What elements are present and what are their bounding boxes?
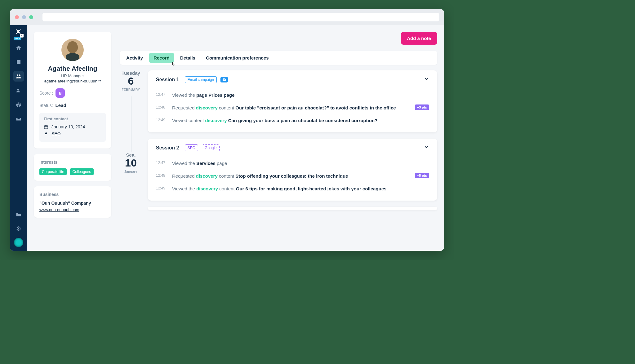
session-header: Session 1 Email campaign <box>148 70 437 89</box>
chevron-down-icon <box>424 76 429 82</box>
user-avatar[interactable] <box>14 238 23 247</box>
main-content: Agathe Afeeling HR Manager agathe.afeeli… <box>27 25 444 251</box>
business-url[interactable]: www.ouh-ouuuuh.com <box>39 207 106 212</box>
contact-avatar <box>61 39 84 61</box>
points-badge: +5 pts <box>415 173 429 178</box>
score-badge: 8 <box>56 88 65 98</box>
points-badge: +3 pts <box>415 104 429 110</box>
session-card-peek <box>148 207 437 210</box>
session-card: Session 1 Email campaign <box>148 70 437 132</box>
tab-record[interactable]: Record <box>149 53 174 63</box>
svg-point-6 <box>18 228 19 230</box>
sidebar-expand-icon[interactable]: › <box>20 34 24 38</box>
activity-row: 12:47 Viewed the page Prices page <box>156 89 429 101</box>
people-icon <box>16 73 22 79</box>
session-badge-seo: SEO <box>185 144 198 151</box>
score-label: Score : <box>39 91 53 95</box>
date-day-number: 10 <box>120 158 142 168</box>
tab-comm-prefs[interactable]: Communication preferences <box>202 53 273 63</box>
tabs-bar: Activity Record Details Communication pr… <box>120 51 437 65</box>
close-dot[interactable] <box>15 15 19 19</box>
session-card: Session 2 SEO Google 12:47 <box>148 139 437 201</box>
mail-icon <box>16 116 21 122</box>
activity-text: Requested discovery content Stop offendi… <box>172 173 409 179</box>
svg-rect-7 <box>44 126 48 129</box>
activity-row: 12:47 Viewed the Services page <box>156 157 429 170</box>
collapse-toggle[interactable] <box>424 144 429 151</box>
dates-column: Tuesday 6 FEBRUARY Sea. 10 January <box>120 70 142 244</box>
profile-panel: Agathe Afeeling HR Manager agathe.afeeli… <box>34 32 111 244</box>
activity-time: 12:47 <box>156 160 167 165</box>
nav-target[interactable] <box>13 100 24 110</box>
activity-row: 12:49 Viewed content discovery Can givin… <box>156 114 429 127</box>
activity-text: Viewed content discovery Can giving your… <box>172 117 429 124</box>
activity-time: 12:48 <box>156 104 167 109</box>
activity-time: 12:47 <box>156 92 167 97</box>
profile-card: Agathe Afeeling HR Manager agathe.afeeli… <box>34 32 111 149</box>
activity-text: Viewed the Services page <box>172 160 429 166</box>
interest-tag[interactable]: Colleagues <box>70 168 94 175</box>
date-month: FEBRUARY <box>120 88 142 91</box>
interests-card: Interests Corporate life Colleagues <box>34 154 111 181</box>
contact-name: Agathe Afeeling <box>39 65 106 72</box>
add-user-icon <box>16 88 21 93</box>
nav-add-user[interactable] <box>13 85 24 96</box>
contact-job-title: HR Manager <box>39 73 106 78</box>
tab-details[interactable]: Details <box>176 53 200 63</box>
first-contact-heading: First contact <box>44 117 101 121</box>
activity-time: 12:49 <box>156 185 167 190</box>
gear-icon <box>16 226 21 232</box>
target-icon <box>16 102 21 108</box>
nav-contacts[interactable] <box>13 71 24 82</box>
activity-text: Viewed the page Prices page <box>172 92 429 98</box>
business-name: "Ouh Ouuuuh" Company <box>39 201 106 206</box>
home-icon <box>16 45 21 51</box>
app-logo[interactable]: STAR › <box>16 26 22 36</box>
status-value: Lead <box>56 103 66 108</box>
session-body: 12:47 Viewed the page Prices page 12:48 … <box>148 89 437 132</box>
collapse-toggle[interactable] <box>424 76 429 83</box>
svg-point-2 <box>17 89 19 91</box>
nav-content[interactable] <box>13 57 24 67</box>
activity-time: 12:48 <box>156 173 167 178</box>
calendar-icon <box>44 125 48 129</box>
session-badge-mail-icon <box>220 77 228 82</box>
maximize-dot[interactable] <box>29 15 33 19</box>
session-title: Session 1 <box>156 77 179 82</box>
tab-activity[interactable]: Activity <box>122 53 147 63</box>
svg-point-5 <box>18 104 19 105</box>
business-heading: Business <box>39 192 106 197</box>
nav-settings[interactable] <box>13 224 24 234</box>
app-sidebar: STAR › <box>10 25 27 251</box>
business-card: Business "Ouh Ouuuuh" Company www.ouh-ou… <box>34 186 111 218</box>
session-header: Session 2 SEO Google <box>148 139 437 157</box>
svg-point-0 <box>17 74 18 76</box>
sessions-column: Session 1 Email campaign <box>148 70 437 244</box>
first-contact-date: January 10, 2024 <box>51 124 85 129</box>
url-bar[interactable] <box>42 13 439 21</box>
activity-time: 12:49 <box>156 117 167 122</box>
timeline: Tuesday 6 FEBRUARY Sea. 10 January <box>120 70 437 244</box>
interests-heading: Interests <box>39 160 106 165</box>
activity-row: 12:48 Requested discovery content Stop o… <box>156 170 429 182</box>
activity-text: Requested discovery content Our table "c… <box>172 104 409 111</box>
mail-icon <box>222 78 226 81</box>
folder-icon <box>16 212 21 217</box>
add-note-button[interactable]: Add a note <box>401 32 437 45</box>
session-body: 12:47 Viewed the Services page 12:48 Req… <box>148 157 437 201</box>
nav-folder[interactable] <box>13 209 24 220</box>
activity-row: 12:49 Viewed the discovery content Our 6… <box>156 182 429 195</box>
activity-content: Add a note Activity Record Details Commu… <box>120 32 437 244</box>
first-contact-box: First contact January 10, 2024 SEO <box>39 113 106 142</box>
minimize-dot[interactable] <box>22 15 26 19</box>
nav-mail[interactable] <box>13 114 24 124</box>
nav-home[interactable] <box>13 42 24 53</box>
interest-tag[interactable]: Corporate life <box>39 168 67 175</box>
timeline-line <box>131 96 131 152</box>
activity-row: 12:48 Requested discovery content Our ta… <box>156 101 429 114</box>
contact-email[interactable]: agathe.afeeling@ouh-ouuuuh.fr <box>39 79 106 83</box>
date-block: Tuesday 6 FEBRUARY <box>120 70 142 91</box>
pin-icon <box>44 131 48 136</box>
star-badge: STAR <box>14 37 21 40</box>
activity-text: Viewed the discovery content Our 6 tips … <box>172 185 429 192</box>
